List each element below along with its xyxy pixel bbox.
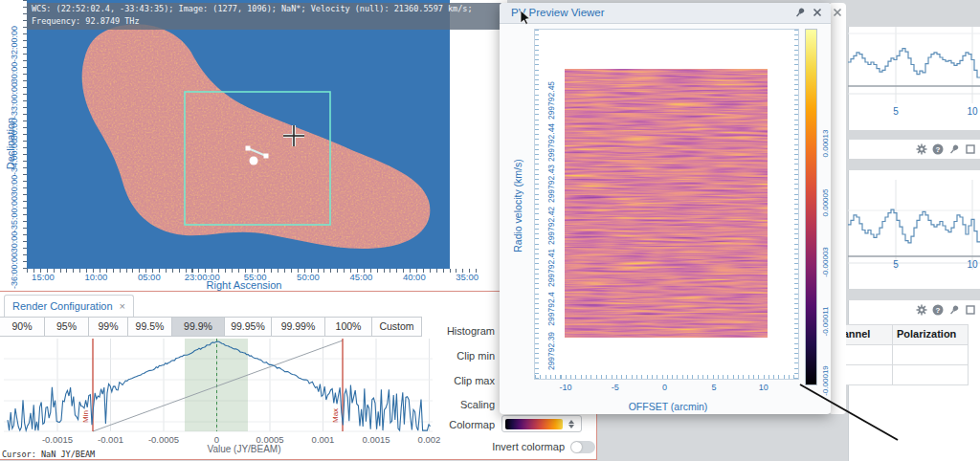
colormap-select[interactable] [501, 415, 582, 432]
percentile-button-row: 90%95%99%99.5%99.9%99.95%99.99%100%Custo… [0, 317, 422, 337]
channel-polarization-table[interactable]: ChannelPolarization0 [825, 325, 980, 385]
table-cell[interactable] [892, 364, 969, 385]
spectral-profile-top-chart[interactable] [848, 27, 980, 130]
toolbar-icons: ? [916, 143, 976, 155]
carta-app-window: WCS: (22:52:02.4, -33:43:35); Image: (12… [0, 0, 980, 461]
settings-icon[interactable] [916, 304, 927, 316]
pv-colorbar [805, 29, 817, 385]
percentile-button-99.5pct[interactable]: 99.5% [127, 317, 172, 337]
spectral-profile-bottom-chart[interactable] [848, 170, 980, 289]
wcs-line1: WCS: (22:52:02.4, -33:43:35); Image: (12… [32, 3, 502, 15]
ra-axis-title: Right Ascension [167, 279, 321, 291]
percentile-button-90pct[interactable]: 90% [0, 317, 45, 337]
invert-colormap-toggle[interactable] [570, 441, 595, 453]
pv-x-axis-title: OFFSET (arcmin) [591, 401, 745, 412]
histogram-x-axis-title: Value (JY/BEAM) [144, 444, 345, 454]
percentile-button-99pct[interactable]: 99% [88, 317, 128, 337]
pv-heatmap[interactable] [565, 69, 768, 338]
pin-icon[interactable] [794, 7, 806, 18]
table-header-row: ChannelPolarization [825, 325, 980, 345]
clip-min-label: Clip min [435, 350, 495, 362]
cursor-readout: Cursor: NaN JY/BEAM [2, 450, 95, 459]
svg-text:?: ? [936, 145, 941, 154]
min-line-label: Min [81, 410, 90, 423]
percentile-button-95pct[interactable]: 95% [44, 317, 89, 337]
dialog-title: PV Preview Viewer [511, 7, 605, 18]
point-marker[interactable] [250, 157, 258, 165]
emission-region-blob [65, 10, 448, 258]
hidden-panel-edge [829, 3, 846, 414]
tab-close-icon[interactable]: × [120, 300, 125, 312]
dialog-header[interactable]: PV Preview Viewer [500, 3, 831, 24]
toolbar-icons: ? [916, 304, 976, 316]
maximize-icon[interactable] [965, 143, 976, 155]
svg-text:?: ? [936, 306, 941, 315]
percentile-button-100pct[interactable]: 100% [324, 317, 372, 337]
pin-icon[interactable] [948, 304, 960, 316]
sky-image-overlay [27, 0, 450, 269]
pv-y-axis-title: Radio velocity (km/s) [512, 143, 523, 268]
image-viewer-panel: WCS: (22:52:02.4, -33:43:35); Image: (12… [0, 0, 507, 291]
colormap-label: Colormap [435, 419, 495, 430]
table-row [825, 365, 980, 385]
pv-preview-dialog[interactable]: PV Preview Viewer [500, 3, 831, 414]
help-icon[interactable]: ? [932, 304, 944, 316]
tab-render-configuration[interactable]: Render Configuration× [4, 295, 134, 317]
invert-colormap-label: Invert colormap [457, 441, 565, 452]
percentile-button-99.95pct[interactable]: 99.95% [224, 317, 272, 337]
pin-icon[interactable] [948, 143, 960, 155]
close-icon[interactable] [812, 7, 823, 18]
wcs-line2: Frequency: 92.8749 THz [32, 15, 502, 28]
percentile-button-99.99pct[interactable]: 99.99% [271, 317, 325, 337]
settings-icon[interactable] [916, 143, 927, 155]
widget-toolbar-bottom: ? [848, 300, 980, 319]
colormap-preview-swatch [505, 419, 563, 429]
table-header-cell[interactable]: Polarization [892, 324, 969, 345]
dec-axis-title: Declination [5, 105, 16, 182]
widget-toolbar-top: ? [848, 140, 980, 159]
select-spinner-icon [563, 419, 574, 429]
percentile-button-99.9pct[interactable]: 99.9% [171, 317, 225, 337]
dec-axis-ticks [23, 0, 27, 269]
help-icon[interactable]: ? [932, 143, 944, 155]
tab-title: Render Configuration [12, 300, 113, 312]
render-histogram-chart[interactable]: Min Max [0, 339, 440, 434]
histogram-label: Histogram [435, 325, 495, 337]
ra-axis-ticks [27, 269, 479, 273]
max-line-label: Max [331, 408, 340, 423]
wcs-info-overlay: WCS: (22:52:02.4, -33:43:35); Image: (12… [27, 3, 502, 30]
clip-max-label: Clip max [435, 375, 495, 386]
maximize-icon[interactable] [965, 304, 976, 316]
table-cell[interactable] [892, 344, 969, 365]
table-row: 0 [825, 345, 980, 365]
percentile-button-custom[interactable]: Custom [371, 317, 422, 337]
scaling-label: Scaling [435, 399, 495, 410]
close-icon[interactable] [832, 7, 843, 18]
